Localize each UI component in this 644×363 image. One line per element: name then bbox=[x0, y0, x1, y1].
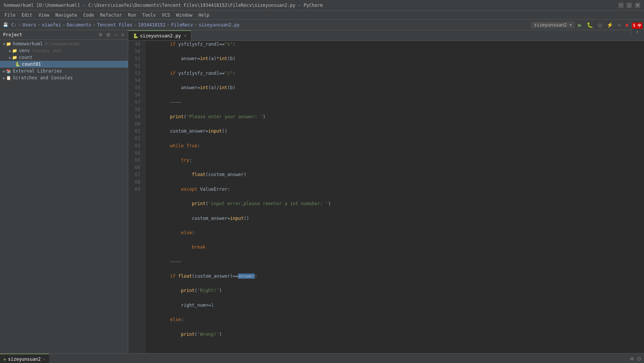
project-tree: ▼ 📁 homeworkuml D:\homeworkuml ▶ 📁 venv … bbox=[0, 40, 128, 353]
extlibs-icon: 📚 bbox=[6, 69, 11, 74]
menu-navigate[interactable]: Navigate bbox=[52, 12, 80, 19]
title-text: homeworkuml [D:\homeworkuml] - C:\Users\… bbox=[4, 3, 323, 8]
extlibs-label: External Libraries bbox=[13, 68, 62, 74]
sidebar-settings-button[interactable]: ≡ bbox=[120, 32, 125, 38]
close-button[interactable]: ✕ bbox=[635, 3, 640, 8]
root-expand-icon: ▼ bbox=[3, 42, 5, 46]
sohu-panel: S 中 ▾ bbox=[631, 21, 643, 36]
menu-refactor[interactable]: Refactor bbox=[97, 12, 125, 19]
breadcrumb-tencent[interactable]: Tencent Files bbox=[97, 22, 132, 28]
tree-venv[interactable]: ▶ 📁 venv library root bbox=[0, 47, 128, 54]
menu-view[interactable]: View bbox=[35, 12, 52, 19]
stop-button[interactable]: ■ bbox=[624, 21, 630, 29]
run-config-selector[interactable]: sizeyunsuan2 ▾ bbox=[531, 22, 575, 28]
editor-tab-sizeyunsuan2[interactable]: 🐍 sizeyunsuan2.py ✕ bbox=[128, 30, 191, 40]
menu-edit[interactable]: Edit bbox=[18, 12, 35, 19]
bottom-tab-label: sizeyunsuan2 bbox=[8, 357, 41, 362]
drive-icon: 💾 bbox=[3, 22, 8, 27]
venv-sublabel: library root bbox=[32, 48, 62, 53]
profile-button[interactable]: ⚡ bbox=[605, 21, 615, 29]
root-label: homeworkuml bbox=[13, 41, 43, 46]
console-run-icon: ▶ bbox=[4, 357, 6, 362]
menu-code[interactable]: Code bbox=[80, 12, 97, 19]
menu-tools[interactable]: Tools bbox=[139, 12, 159, 19]
concurrency-button[interactable]: ≡ bbox=[616, 21, 622, 29]
venv-folder-icon: 📁 bbox=[12, 48, 17, 53]
maximize-button[interactable]: □ bbox=[627, 3, 632, 8]
tree-count01[interactable]: 🐍 count01 bbox=[0, 61, 128, 68]
bottom-tab-sizeyunsuan2[interactable]: ▶ sizeyunsuan2 ✕ bbox=[0, 354, 49, 363]
scratches-icon: 📋 bbox=[6, 76, 11, 80]
menu-help[interactable]: Help bbox=[195, 12, 212, 19]
bottom-controls: ⚙ ⊡ bbox=[627, 355, 644, 362]
debug-button[interactable]: 🐛 bbox=[585, 21, 595, 29]
breadcrumb-bar: 💾 C: > Users > xiaofei > Documents > Ten… bbox=[0, 20, 644, 30]
breadcrumb-users[interactable]: Users bbox=[23, 22, 36, 28]
sidebar: Project ⚙ ⊞ ─ ≡ ▼ 📁 homeworkuml D:\homew… bbox=[0, 30, 128, 353]
breadcrumb-documents[interactable]: Documents bbox=[67, 22, 91, 28]
coverage-button[interactable]: ◎ bbox=[596, 21, 604, 29]
count-label: count bbox=[19, 55, 32, 60]
run-button[interactable]: ▶ bbox=[576, 21, 584, 29]
breadcrumb-id[interactable]: 1934418152 bbox=[138, 22, 165, 28]
count-expand-icon: ▶ bbox=[9, 56, 11, 60]
breadcrumb-file[interactable]: sizeyunsuan2.py bbox=[199, 22, 240, 28]
line-numbers: 49 50 51 52 53 54 55 56 57 58 59 60 61 6… bbox=[128, 41, 145, 353]
count01-py-icon: 🐍 bbox=[15, 62, 20, 67]
sohu-extra: ▾ bbox=[636, 29, 639, 34]
tree-root[interactable]: ▼ 📁 homeworkuml D:\homeworkuml bbox=[0, 40, 128, 47]
sohu-badge[interactable]: S 中 bbox=[632, 23, 642, 29]
extlibs-expand-icon: ▶ bbox=[3, 69, 5, 73]
menu-file[interactable]: File bbox=[2, 12, 18, 19]
sidebar-header: Project ⚙ ⊞ ─ ≡ bbox=[0, 30, 128, 40]
root-folder-icon: 📁 bbox=[6, 42, 11, 46]
console-restore-button[interactable]: ⊡ bbox=[636, 355, 642, 362]
count-folder-icon: 📁 bbox=[12, 55, 17, 60]
scratches-expand-icon: ▶ bbox=[3, 76, 5, 80]
breadcrumb-filerecv[interactable]: FileRecv bbox=[171, 22, 193, 28]
menu-bar: File Edit View Navigate Code Refactor Ru… bbox=[0, 11, 644, 20]
tab-label: sizeyunsuan2.py bbox=[140, 33, 181, 39]
count01-label: count01 bbox=[22, 62, 41, 67]
breadcrumb-drive[interactable]: C: bbox=[11, 22, 17, 28]
menu-window[interactable]: Window bbox=[173, 12, 195, 19]
menu-run[interactable]: Run bbox=[125, 12, 139, 19]
bottom-tab-bar: ▶ sizeyunsuan2 ✕ ⚙ ⊡ bbox=[0, 354, 644, 363]
venv-expand-icon: ▶ bbox=[9, 49, 11, 53]
code-editor[interactable]: 49 50 51 52 53 54 55 56 57 58 59 60 61 6… bbox=[128, 41, 644, 353]
tab-close-button[interactable]: ✕ bbox=[184, 33, 186, 38]
sidebar-gear-button[interactable]: ⚙ bbox=[97, 32, 104, 38]
scratches-label: Scratches and Consoles bbox=[13, 75, 73, 80]
run-controls: sizeyunsuan2 ▾ ▶ 🐛 ◎ ⚡ ≡ ■ 🔍 bbox=[531, 21, 641, 29]
tree-count[interactable]: ▶ 📁 count bbox=[0, 54, 128, 61]
sidebar-controls: ⚙ ⊞ ─ ≡ bbox=[97, 32, 125, 38]
venv-label: venv bbox=[19, 48, 30, 53]
tab-bar: 🐍 sizeyunsuan2.py ✕ bbox=[128, 30, 644, 41]
title-controls: ─ □ ✕ bbox=[618, 3, 640, 8]
bottom-tab-close-button[interactable]: ✕ bbox=[43, 357, 45, 361]
menu-vcs[interactable]: VCS bbox=[159, 12, 173, 19]
console-settings-button[interactable]: ⚙ bbox=[629, 355, 635, 362]
bottom-panel: ▶ sizeyunsuan2 ✕ ⚙ ⊡ ▲ ▼ ☰ ↺ ■ 🗑 Please … bbox=[0, 353, 644, 363]
tree-external-libs[interactable]: ▶ 📚 External Libraries bbox=[0, 68, 128, 74]
main-layout: Project ⚙ ⊞ ─ ≡ ▼ 📁 homeworkuml D:\homew… bbox=[0, 30, 644, 353]
editor-area: 🐍 sizeyunsuan2.py ✕ 49 50 51 52 53 54 55… bbox=[128, 30, 644, 353]
title-bar: homeworkuml [D:\homeworkuml] - C:\Users\… bbox=[0, 0, 644, 11]
sidebar-collapse-button[interactable]: ─ bbox=[113, 32, 118, 38]
sidebar-expand-button[interactable]: ⊞ bbox=[105, 32, 111, 38]
sidebar-title: Project bbox=[3, 32, 22, 37]
tab-py-icon: 🐍 bbox=[133, 33, 138, 39]
tree-scratches[interactable]: ▶ 📋 Scratches and Consoles bbox=[0, 74, 128, 81]
minimize-button[interactable]: ─ bbox=[618, 3, 624, 8]
breadcrumb-xiaofei[interactable]: xiaofei bbox=[42, 22, 61, 28]
root-path: D:\homeworkuml bbox=[45, 42, 80, 46]
code-content[interactable]: if ysfz[ysfz_rand]=="x": answer=int(a)*i… bbox=[145, 41, 644, 353]
